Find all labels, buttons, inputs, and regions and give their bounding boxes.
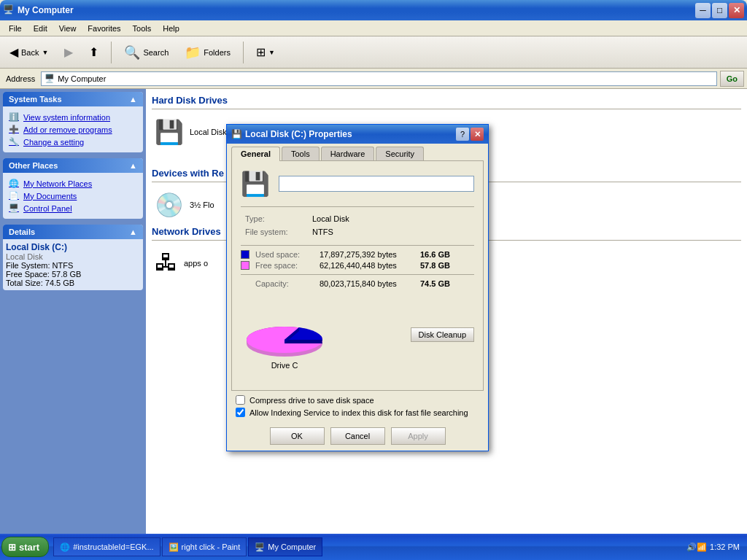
compress-checkbox[interactable] — [236, 395, 245, 405]
tab-hardware[interactable]: Hardware — [321, 147, 375, 160]
tab-general[interactable]: General — [231, 147, 280, 161]
type-value: Local Disk — [309, 213, 473, 225]
compress-label: Compress drive to save disk space — [249, 396, 374, 405]
fs-row: File system: NTFS — [242, 226, 473, 238]
drive-name-input[interactable] — [279, 176, 474, 192]
index-row: Allow Indexing Service to index this dis… — [236, 408, 479, 417]
info-table: Type: Local Disk File system: NTFS — [241, 211, 474, 239]
used-color — [241, 250, 249, 259]
disk-cleanup-area: Disk Cleanup — [411, 327, 474, 342]
type-row: Type: Local Disk — [242, 213, 473, 225]
capacity-gb: 74.5 GB — [420, 279, 450, 288]
capacity-row: Capacity: 80,023,715,840 bytes 74.5 GB — [241, 279, 474, 288]
type-label: Type: — [242, 213, 308, 225]
tab-tools[interactable]: Tools — [282, 147, 320, 160]
properties-dialog: 💾 Local Disk (C:) Properties ? ✕ General… — [226, 124, 489, 451]
dialog-title-buttons: ? ✕ — [456, 128, 484, 141]
drive-icon: 💾 — [241, 170, 270, 198]
free-space-row: Free space: 62,126,440,448 bytes 57.8 GB — [241, 261, 474, 270]
free-gb: 57.8 GB — [420, 261, 450, 270]
chart-label: Drive C — [271, 361, 298, 370]
tab-security[interactable]: Security — [376, 147, 424, 160]
chart-area: Drive C — [241, 300, 328, 370]
dialog-title: Local Disk (C:) Properties — [245, 129, 453, 139]
pie-chart — [241, 300, 328, 358]
dialog-tabs: General Tools Hardware Security — [227, 144, 488, 160]
index-checkbox[interactable] — [236, 408, 245, 417]
ok-button[interactable]: OK — [270, 427, 325, 445]
dialog-close-button[interactable]: ✕ — [471, 128, 484, 141]
free-color — [241, 261, 249, 270]
separator-3 — [241, 274, 474, 275]
apply-button[interactable]: Apply — [391, 427, 446, 445]
dialog-content: 💾 Type: Local Disk File system: NTFS Us — [231, 160, 484, 391]
used-gb: 16.6 GB — [420, 250, 450, 259]
free-label: Free space: — [255, 261, 314, 270]
checkboxes-area: Compress drive to save disk space Allow … — [227, 395, 488, 423]
fs-label: File system: — [242, 226, 308, 238]
separator-2 — [241, 245, 474, 246]
dialog-help-button[interactable]: ? — [456, 128, 469, 141]
drive-header: 💾 — [241, 170, 474, 198]
dialog-overlay: 💾 Local Disk (C:) Properties ? ✕ General… — [0, 0, 747, 560]
fs-value: NTFS — [309, 226, 473, 238]
free-bytes: 62,126,440,448 bytes — [320, 261, 414, 270]
compress-row: Compress drive to save disk space — [236, 395, 479, 405]
index-label: Allow Indexing Service to index this dis… — [249, 408, 468, 417]
dialog-title-bar: 💾 Local Disk (C:) Properties ? ✕ — [227, 125, 488, 144]
used-space-row: Used space: 17,897,275,392 bytes 16.6 GB — [241, 250, 474, 259]
capacity-bytes: 80,023,715,840 bytes — [320, 279, 414, 288]
disk-cleanup-button[interactable]: Disk Cleanup — [411, 327, 474, 342]
capacity-label: Capacity: — [255, 279, 314, 288]
dialog-icon: 💾 — [231, 129, 242, 139]
separator-1 — [241, 206, 474, 207]
used-bytes: 17,897,275,392 bytes — [320, 250, 414, 259]
cancel-button[interactable]: Cancel — [330, 427, 385, 445]
dialog-buttons: OK Cancel Apply — [227, 423, 488, 451]
used-label: Used space: — [255, 250, 314, 259]
